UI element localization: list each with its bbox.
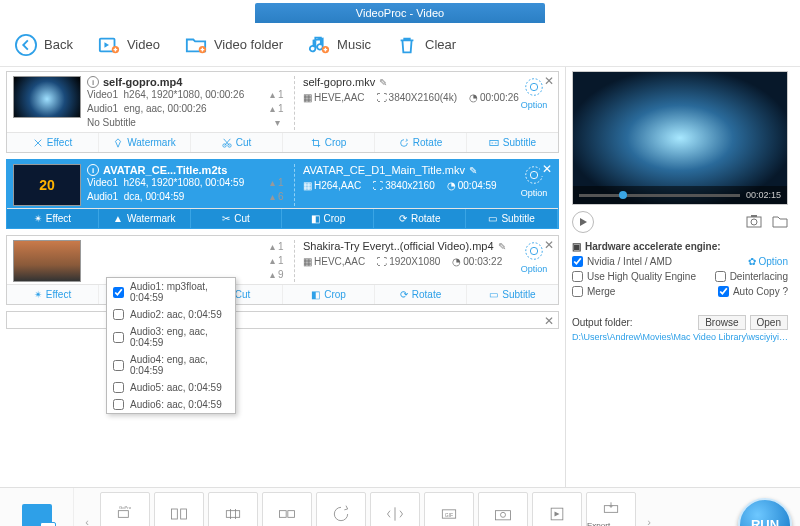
close-icon[interactable]: ✕: [540, 162, 554, 176]
output-title: Shakira-Try Everyt..(official Video).mp4: [303, 240, 494, 252]
tool-rotate[interactable]: Rotate: [316, 492, 366, 526]
seek-bar[interactable]: [579, 194, 740, 197]
video-item-partial[interactable]: ✕: [6, 311, 559, 329]
thumbnail: [13, 240, 81, 282]
video-item[interactable]: ✕ ▴ 1 ▴ 1 ▴ 9 Shakira-Try Everyt..(offic…: [6, 235, 559, 305]
video-item-selected[interactable]: ✕ 20 iAVATAR_CE...Title.m2ts Video1 h264…: [6, 159, 559, 229]
thumbnail: [13, 76, 81, 118]
output-folder-label: Output folder:: [572, 317, 633, 328]
tool-gif[interactable]: GIFGIF: [424, 492, 474, 526]
cut-button[interactable]: Cut: [191, 133, 283, 152]
svg-point-13: [530, 247, 537, 254]
run-button[interactable]: RUN: [738, 498, 792, 527]
music-plus-icon: [307, 33, 331, 57]
rotate-button[interactable]: ⟳ Rotate: [374, 209, 466, 228]
item-list: ✕ iself-gopro.mp4 Video1 h264, 1920*1080…: [0, 67, 566, 487]
effect-button[interactable]: Effect: [7, 133, 99, 152]
svg-rect-22: [280, 510, 287, 517]
subtitle-button[interactable]: ▭ Subtitle: [467, 285, 558, 304]
add-video-button[interactable]: Video: [97, 33, 160, 57]
target-format-button[interactable]: Target Format: [0, 488, 74, 526]
video-plus-icon: [97, 33, 121, 57]
autocopy-checkbox[interactable]: Auto Copy ?: [718, 286, 788, 297]
effect-button[interactable]: ✴ Effect: [7, 209, 99, 228]
preview-player[interactable]: 00:02:15: [572, 71, 788, 205]
watermark-button[interactable]: ▲ Watermark: [99, 209, 191, 228]
bottom-bar: Target Format ‹ GoProDeshake Merge Trim …: [0, 487, 800, 526]
output-folder-section: Output folder: Browse Open D:\Users\Andr…: [572, 315, 788, 342]
output-path[interactable]: D:\Users\Andrew\Movies\Mac Video Library…: [572, 332, 788, 342]
crop-button[interactable]: ◧ Crop: [282, 209, 374, 228]
tool-split[interactable]: Split: [262, 492, 312, 526]
dropdown-option[interactable]: Audio5: aac, 0:04:59: [107, 379, 235, 396]
close-icon[interactable]: ✕: [544, 238, 554, 252]
svg-rect-20: [181, 509, 187, 519]
open-button[interactable]: Open: [750, 315, 788, 330]
tool-merge[interactable]: Merge: [154, 492, 204, 526]
clear-label: Clear: [425, 37, 456, 52]
dropdown-option[interactable]: Audio2: aac, 0:04:59: [107, 306, 235, 323]
scroll-left-button[interactable]: ‹: [78, 492, 96, 526]
merge-checkbox[interactable]: Merge: [572, 286, 615, 297]
edit-icon[interactable]: ✎: [498, 241, 506, 252]
svg-rect-16: [751, 215, 757, 217]
svg-point-6: [530, 83, 537, 90]
item-title: self-gopro.mp4: [103, 76, 182, 88]
tool-mirror[interactable]: Mirror & Flip: [370, 492, 420, 526]
output-title: AVATAR_CE_D1_Main_Title.mkv: [303, 164, 465, 176]
thumbnail: 20: [13, 164, 81, 206]
scroll-right-button[interactable]: ›: [640, 492, 658, 526]
browse-button[interactable]: Browse: [698, 315, 745, 330]
dropdown-option[interactable]: Audio4: eng, aac, 0:04:59: [107, 351, 235, 379]
deinterlace-checkbox[interactable]: Deinterlacing: [715, 271, 788, 282]
open-folder-icon[interactable]: [772, 214, 788, 230]
trash-icon: [395, 33, 419, 57]
crop-button[interactable]: ◧ Crop: [283, 285, 375, 304]
svg-text:GoPro: GoPro: [119, 505, 132, 510]
watermark-button[interactable]: Watermark: [99, 133, 191, 152]
svg-point-27: [501, 512, 506, 517]
svg-rect-19: [172, 509, 178, 519]
back-arrow-icon: [14, 33, 38, 57]
back-button[interactable]: Back: [14, 33, 73, 57]
back-label: Back: [44, 37, 73, 52]
effect-button[interactable]: ✴ Effect: [7, 285, 99, 304]
rotate-button[interactable]: Rotate: [375, 133, 467, 152]
svg-point-15: [751, 219, 757, 225]
close-icon[interactable]: ✕: [544, 74, 554, 88]
cut-button[interactable]: ✂ Cut: [191, 209, 283, 228]
tool-snapshot[interactable]: Snapshot: [478, 492, 528, 526]
dropdown-option[interactable]: Audio3: eng, aac, 0:04:59: [107, 323, 235, 351]
hw-option-button[interactable]: ✿ Option: [748, 256, 788, 267]
crop-button[interactable]: Crop: [283, 133, 375, 152]
dropdown-option[interactable]: Audio6: aac, 0:04:59: [107, 396, 235, 413]
hardware-accel-panel: ▣Hardware accelerate engine: Nvidia / In…: [572, 241, 788, 301]
close-icon[interactable]: ✕: [544, 314, 554, 328]
subtitle-button[interactable]: ▭ Subtitle: [466, 209, 558, 228]
item-title: AVATAR_CE...Title.m2ts: [103, 164, 227, 176]
tool-trim[interactable]: Trim: [208, 492, 258, 526]
tool-mkvmaker[interactable]: MKVMaker: [532, 492, 582, 526]
play-button[interactable]: [572, 211, 594, 233]
snapshot-icon[interactable]: [746, 214, 762, 230]
main-toolbar: Back Video Video folder Music Clear: [0, 23, 800, 67]
rotate-button[interactable]: ⟳ Rotate: [375, 285, 467, 304]
add-music-button[interactable]: Music: [307, 33, 371, 57]
svg-rect-21: [226, 510, 239, 517]
gpu-checkbox[interactable]: Nvidia / Intel / AMD: [572, 256, 672, 267]
dropdown-option[interactable]: Audio1: mp3float, 0:04:59: [107, 278, 235, 306]
subtitle-button[interactable]: Subtitle: [467, 133, 558, 152]
window-title: VideoProc - Video: [255, 3, 545, 23]
info-icon: i: [87, 164, 99, 176]
clear-button[interactable]: Clear: [395, 33, 456, 57]
tool-export-subtitle[interactable]: Export Subtitle: [586, 492, 636, 526]
video-item[interactable]: ✕ iself-gopro.mp4 Video1 h264, 1920*1080…: [6, 71, 559, 153]
hq-checkbox[interactable]: Use High Quality Engine: [572, 271, 696, 282]
audio-track-dropdown[interactable]: Audio1: mp3float, 0:04:59 Audio2: aac, 0…: [106, 277, 236, 414]
edit-icon[interactable]: ✎: [379, 77, 387, 88]
svg-point-11: [530, 171, 537, 178]
svg-rect-17: [118, 510, 128, 517]
edit-icon[interactable]: ✎: [469, 165, 477, 176]
add-folder-button[interactable]: Video folder: [184, 33, 283, 57]
tool-deshake[interactable]: GoProDeshake: [100, 492, 150, 526]
